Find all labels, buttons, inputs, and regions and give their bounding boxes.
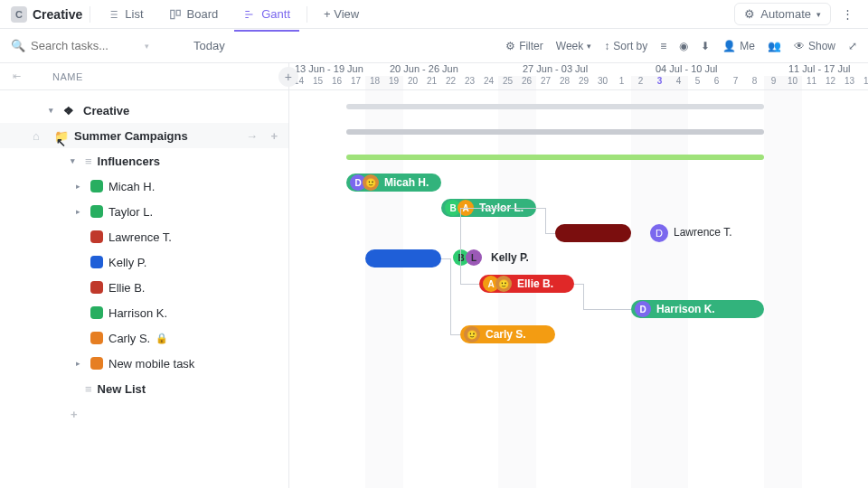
robot-icon: ⚙ (744, 7, 755, 21)
download-icon[interactable]: ⬇ (701, 40, 710, 52)
collapse-icon[interactable]: ⇤ (13, 70, 22, 82)
day-label: 14 (859, 76, 868, 89)
share-icon[interactable]: ⋮ (838, 7, 857, 21)
space-icon: C (11, 6, 27, 23)
day-label: 16 (327, 76, 346, 89)
sidebar-header-label: NAME (52, 71, 83, 82)
eye-icon: 👁 (794, 40, 805, 52)
tree-space[interactable]: ▾❖Creative (0, 98, 288, 123)
tree-folder[interactable]: ⌂📁Summer Campaigns→+↖ (0, 123, 288, 148)
expand-icon[interactable]: ⤢ (848, 40, 857, 52)
day-label: 19 (384, 76, 403, 89)
group-button[interactable]: Week▾ (556, 40, 591, 52)
view-gantt[interactable]: Gantt (234, 4, 299, 24)
toolbar-icon-2[interactable]: ◉ (679, 40, 688, 52)
day-label: 4 (669, 76, 688, 89)
gantt-bar[interactable]: A🙂Ellie B. (479, 275, 574, 293)
today-button[interactable]: Today (193, 39, 225, 52)
svg-rect-0 (170, 10, 174, 18)
day-label: 11 (802, 76, 821, 89)
gantt-bar[interactable]: DHarrison K. (631, 300, 764, 318)
tree-task-6[interactable]: Carly S. 🔒 (0, 325, 288, 351)
day-label: 7 (726, 76, 745, 89)
add-list-button[interactable]: + (0, 401, 288, 427)
day-label: 15 (308, 76, 327, 89)
milestone-label: Lawrence T. (674, 226, 731, 239)
week-label: 04 Jul - 10 Jul (650, 63, 783, 76)
sidebar-header: ⇤ NAME + (0, 63, 288, 90)
cursor-icon: ↖ (56, 136, 66, 149)
space-name: Creative (33, 7, 82, 22)
view-board[interactable]: Board (160, 4, 228, 24)
search-input[interactable] (31, 39, 139, 52)
tree-list[interactable]: ▾≡Influencers (0, 148, 288, 174)
add-column-button[interactable]: + (278, 67, 298, 87)
week-label: 11 Jul - 17 Jul (783, 63, 868, 76)
gantt-bar[interactable]: D🙂Micah H. (346, 174, 441, 192)
gantt-bar[interactable] (346, 155, 764, 160)
gantt-bar[interactable] (555, 224, 631, 242)
view-board-label: Board (187, 7, 219, 21)
divider (90, 6, 90, 23)
sortby-button[interactable]: ↕Sort by (604, 40, 647, 52)
space-chip[interactable]: C Creative (11, 6, 82, 23)
view-list[interactable]: List (98, 4, 152, 24)
day-label: 26 (517, 76, 536, 89)
task-sidebar: ⇤ NAME + ▾❖Creative⌂📁Summer Campaigns→+↖… (0, 63, 289, 488)
gantt-bar[interactable] (346, 104, 764, 109)
day-label: 8 (745, 76, 764, 89)
gantt-icon (243, 8, 256, 21)
tree-task-2[interactable]: Lawrence T. (0, 224, 288, 249)
day-label: 6 (707, 76, 726, 89)
day-label: 30 (593, 76, 612, 89)
view-gantt-label: Gantt (261, 7, 290, 21)
svg-rect-1 (176, 10, 180, 15)
day-label: 21 (422, 76, 441, 89)
list-icon (107, 8, 119, 21)
toolbar-icon-1[interactable]: ≡ (660, 40, 666, 52)
search-input-wrapper[interactable]: 🔍 ▾ (11, 39, 174, 52)
board-icon (169, 8, 182, 21)
tree-task-0[interactable]: ▸Micah H. (0, 174, 288, 199)
add-view-label: + View (324, 7, 359, 21)
day-label: 27 (536, 76, 555, 89)
search-icon: 🔍 (11, 39, 25, 52)
people-icon[interactable]: 👥 (768, 40, 781, 52)
automate-label: Automate (760, 7, 811, 21)
day-label: 18 (365, 76, 384, 89)
filter-button[interactable]: ⚙Filter (505, 40, 543, 52)
tree-task-7[interactable]: ▸New mobile task (0, 351, 288, 376)
week-label: 13 Jun - 19 Jun (289, 63, 384, 76)
add-view-button[interactable]: + View (315, 4, 368, 24)
gantt-bar[interactable]: 🙂Carly S. (460, 325, 555, 343)
show-button[interactable]: 👁Show (794, 40, 835, 52)
milestone-dot[interactable]: D (650, 224, 668, 242)
day-label: 17 (346, 76, 365, 89)
day-label: 20 (403, 76, 422, 89)
chevron-down-icon[interactable]: ▾ (145, 42, 149, 51)
day-label: 9 (764, 76, 783, 89)
chevron-down-icon: ▾ (816, 10, 821, 19)
view-list-label: List (125, 7, 143, 21)
gantt-bar[interactable] (346, 129, 764, 135)
tree-task-1[interactable]: ▸Taylor L. (0, 199, 288, 224)
automate-button[interactable]: ⚙ Automate ▾ (734, 3, 831, 25)
person-icon: 👤 (722, 40, 736, 52)
tree-newlist[interactable]: ≡New List (0, 376, 288, 401)
tree-task-3[interactable]: Kelly P. (0, 249, 288, 275)
tree-task-4[interactable]: Ellie B. (0, 275, 288, 300)
day-label: 2 (631, 76, 650, 89)
day-label: 1 (612, 76, 631, 89)
day-label: 12 (821, 76, 840, 89)
sort-icon: ↕ (604, 40, 609, 52)
filter-icon: ⚙ (505, 40, 515, 52)
tree-task-5[interactable]: Harrison K. (0, 300, 288, 325)
day-label: 24 (479, 76, 498, 89)
day-label: 5 (688, 76, 707, 89)
chevron-down-icon: ▾ (587, 42, 591, 51)
week-label: 27 Jun - 03 Jul (517, 63, 650, 76)
me-button[interactable]: 👤Me (722, 40, 755, 52)
day-label: 29 (574, 76, 593, 89)
gantt-chart[interactable]: 13 Jun - 19 Jun20 Jun - 26 Jun27 Jun - 0… (289, 63, 868, 488)
day-label: 25 (498, 76, 517, 89)
